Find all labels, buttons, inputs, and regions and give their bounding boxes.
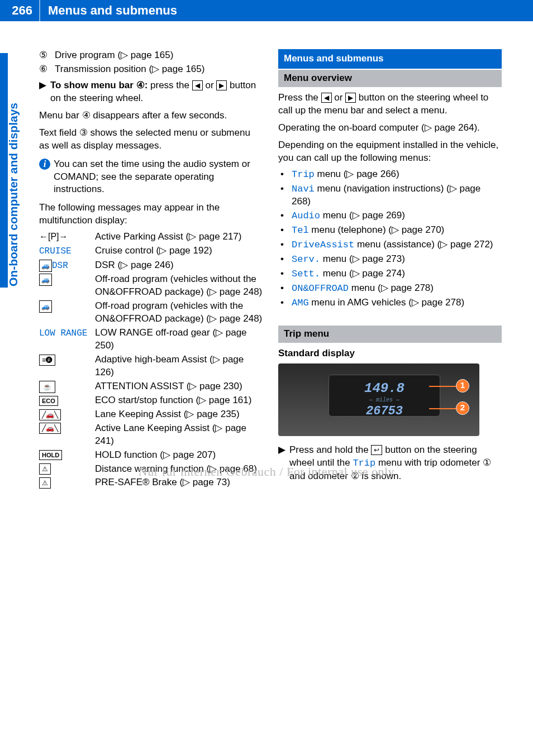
menu-list-item: •AMG menu in AMG vehicles (▷ page 278) bbox=[280, 296, 502, 310]
symbol-desc: HOLD function (▷ page 207) bbox=[95, 449, 263, 462]
info-icon: i bbox=[39, 159, 50, 170]
symbol-icon: 🚙 bbox=[39, 273, 95, 299]
menu-rest: menu (▷ page 273) bbox=[320, 253, 405, 264]
menu-rest: menu in AMG vehicles (▷ page 278) bbox=[309, 297, 465, 308]
symbol-row: ╱🚗╲Active Lane Keeping Assist (▷ page 24… bbox=[39, 422, 263, 448]
side-tab: On-board computer and displays bbox=[0, 53, 23, 288]
odometer-value: 26753 bbox=[329, 403, 440, 420]
right-arrow-button-icon: ▶ bbox=[216, 80, 227, 90]
bullet-icon: • bbox=[280, 282, 292, 295]
bullet-icon: • bbox=[280, 183, 292, 209]
symbol-icon: ←[P]→ bbox=[39, 231, 95, 243]
bullet-icon: • bbox=[280, 209, 292, 223]
menu-code: Navi bbox=[292, 184, 315, 194]
menu-item-text: Trip menu (▷ page 266) bbox=[292, 168, 399, 181]
bullet-icon: • bbox=[280, 224, 292, 237]
symbol-row: ≡🅐Adaptive high-beam Assist (▷ page 126) bbox=[39, 353, 263, 379]
right-arrow-button-icon: ▶ bbox=[345, 93, 356, 103]
menu-code: DriveAssist bbox=[292, 240, 354, 250]
menu-code: AMG bbox=[292, 298, 309, 308]
menu-rest: menu (▷ page 269) bbox=[320, 210, 405, 221]
left-column: ⑤Drive program (▷ page 165)⑥Transmission… bbox=[39, 49, 263, 490]
symbol-table: ←[P]→Active Parking Assist (▷ page 217)C… bbox=[39, 231, 263, 489]
triangle-bullet-icon: ▶ bbox=[39, 79, 50, 105]
menu-list-item: •Navi menu (navigation instructions) (▷ … bbox=[280, 183, 502, 209]
numbered-item: ⑥Transmission position (▷ page 165) bbox=[39, 63, 263, 76]
symbol-icon: ☕ bbox=[39, 380, 95, 393]
show-menu-text: To show menu bar ④: press the ◀ or ▶ but… bbox=[50, 79, 263, 105]
textfield-line: Text field ③ shows the selected menu or … bbox=[39, 127, 263, 152]
numbered-list: ⑤Drive program (▷ page 165)⑥Transmission… bbox=[39, 49, 263, 76]
menu-rest: menu (navigation instructions) (▷ page 2… bbox=[292, 183, 480, 207]
callout-2: 2 bbox=[456, 401, 469, 415]
menu-code: Tel bbox=[292, 225, 309, 236]
item-text: Drive program (▷ page 165) bbox=[55, 49, 173, 62]
trip-menu-heading: Trip menu bbox=[278, 326, 502, 343]
menu-item-text: Tel menu (telephone) (▷ page 270) bbox=[292, 224, 444, 237]
symbol-row: LOW RANGELOW RANGE off-road gear (▷ page… bbox=[39, 327, 263, 352]
symbol-row: ECOECO start/stop function (▷ page 161) bbox=[39, 394, 263, 407]
depending-line: Depending on the equipment installed in … bbox=[278, 139, 502, 165]
press-instruction: Press the ◀ or ▶ button on the steering … bbox=[278, 92, 502, 117]
watermark: Nur für internen Gebrauch / For internal… bbox=[0, 465, 533, 479]
symbol-icon: CRUISE bbox=[39, 245, 95, 258]
symbol-row: HOLDHOLD function (▷ page 207) bbox=[39, 449, 263, 462]
menu-rest: menu (▷ page 266) bbox=[315, 169, 399, 179]
menu-rest: menu (▷ page 278) bbox=[349, 283, 434, 293]
bullet-icon: • bbox=[280, 296, 292, 310]
menu-list-item: •Serv. menu (▷ page 273) bbox=[280, 253, 502, 266]
symbol-desc: LOW RANGE off-road gear (▷ page 250) bbox=[95, 327, 263, 352]
item-number: ⑤ bbox=[39, 49, 55, 62]
menu-item-text: Audio menu (▷ page 269) bbox=[292, 209, 405, 223]
symbol-desc: ECO start/stop function (▷ page 161) bbox=[95, 394, 263, 407]
following-messages: The following messages may appear in the… bbox=[39, 202, 263, 227]
symbol-icon: ╱🚗╲ bbox=[39, 422, 95, 448]
or-word: or bbox=[332, 92, 346, 103]
menu-code: Serv. bbox=[292, 254, 320, 265]
symbol-desc: Lane Keeping Assist (▷ page 235) bbox=[95, 408, 263, 421]
symbol-row: ☕ATTENTION ASSIST (▷ page 230) bbox=[39, 380, 263, 393]
symbol-icon: ECO bbox=[39, 394, 95, 407]
symbol-row: ╱🚗╲Lane Keeping Assist (▷ page 235) bbox=[39, 408, 263, 421]
menu-item-text: Navi menu (navigation instructions) (▷ p… bbox=[292, 183, 502, 209]
or-word: or bbox=[203, 80, 217, 90]
header-title: Menus and submenus bbox=[40, 3, 177, 18]
symbol-desc: Off-road program (vehicles with the ON&O… bbox=[95, 300, 263, 326]
left-arrow-button-icon: ◀ bbox=[192, 80, 203, 90]
symbol-desc: Active Lane Keeping Assist (▷ page 241) bbox=[95, 422, 263, 448]
menubar-disappear: Menu bar ④ disappears after a few second… bbox=[39, 109, 263, 122]
circle-4-ref: ④ bbox=[136, 80, 145, 90]
side-tab-label: On-board computer and displays bbox=[7, 103, 20, 286]
press-the-text: Press the bbox=[278, 92, 321, 103]
menu-rest: menu (telephone) (▷ page 270) bbox=[309, 224, 445, 235]
symbol-row: 🚙Off-road program (vehicles with the ON&… bbox=[39, 300, 263, 326]
symbol-icon: 🚙DSR bbox=[39, 259, 95, 272]
section-heading-gray: Menu overview bbox=[278, 70, 502, 87]
menu-list-item: •Audio menu (▷ page 269) bbox=[280, 209, 502, 223]
menu-rest: menu (assistance) (▷ page 272) bbox=[354, 239, 493, 250]
menu-rest: menu (▷ page 274) bbox=[320, 268, 405, 279]
symbol-icon: ≡🅐 bbox=[39, 353, 95, 379]
item-text: Transmission position (▷ page 165) bbox=[55, 63, 204, 76]
menu-list: •Trip menu (▷ page 266)•Navi menu (navig… bbox=[280, 168, 502, 310]
menu-code: ON&OFFROAD bbox=[292, 283, 349, 294]
callout-line-2 bbox=[429, 408, 457, 409]
trip-odometer-value: 149.8 bbox=[329, 380, 440, 398]
show-menu-bold: To show menu bar bbox=[50, 80, 134, 90]
symbol-row: ←[P]→Active Parking Assist (▷ page 217) bbox=[39, 231, 263, 243]
menu-list-item: •DriveAssist menu (assistance) (▷ page 2… bbox=[280, 238, 502, 252]
page-header: 266 Menus and submenus bbox=[0, 0, 533, 21]
symbol-desc: Off-road program (vehicles without the O… bbox=[95, 273, 263, 299]
symbol-row: 🚙Off-road program (vehicles without the … bbox=[39, 273, 263, 299]
menu-list-item: •Sett. menu (▷ page 274) bbox=[280, 267, 502, 281]
symbol-icon: ╱🚗╲ bbox=[39, 408, 95, 421]
right-column: Menus and submenus Menu overview Press t… bbox=[278, 49, 502, 490]
left-arrow-button-icon: ◀ bbox=[321, 93, 332, 103]
dashboard-image: 149.8 — miles — 26753 1 2 bbox=[278, 363, 479, 436]
menu-item-text: Sett. menu (▷ page 274) bbox=[292, 267, 405, 281]
symbol-desc: Cruise control (▷ page 192) bbox=[95, 245, 263, 258]
callout-1: 1 bbox=[456, 379, 469, 393]
section-heading-blue: Menus and submenus bbox=[278, 49, 502, 69]
dashboard-screen: 149.8 — miles — 26753 bbox=[329, 375, 440, 417]
bullet-icon: • bbox=[280, 238, 292, 252]
